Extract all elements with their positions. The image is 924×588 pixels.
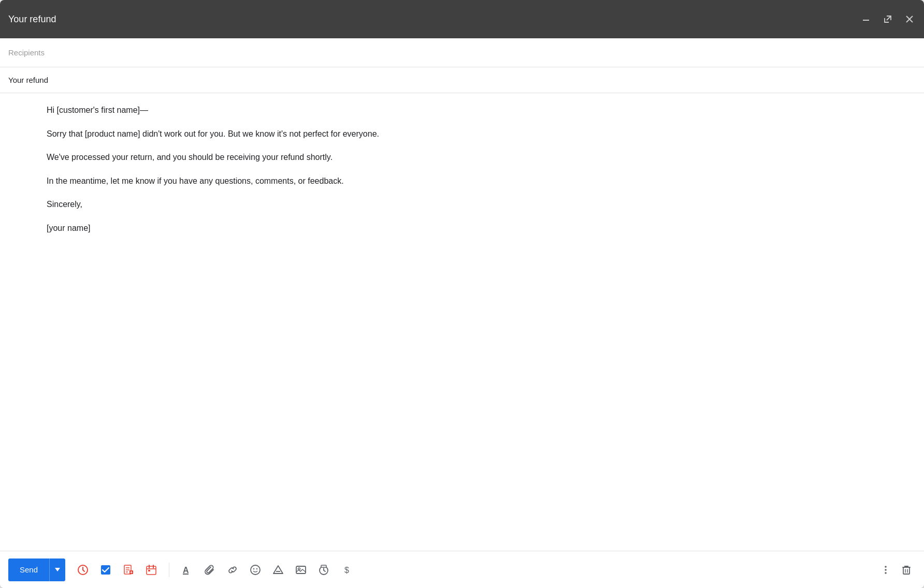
- subject-text: Your refund: [8, 76, 48, 84]
- attach-icon[interactable]: [200, 561, 219, 579]
- send-button-group: Send: [8, 558, 65, 581]
- svg-line-1: [887, 16, 891, 20]
- svg-rect-26: [296, 566, 306, 574]
- svg-marker-24: [273, 566, 283, 574]
- svg-text:$: $: [344, 566, 349, 575]
- check-icon[interactable]: [96, 561, 115, 579]
- recipients-input[interactable]: [8, 48, 916, 57]
- svg-point-27: [298, 568, 300, 570]
- format-text-icon[interactable]: A: [178, 561, 196, 579]
- title-bar-controls: [860, 13, 916, 25]
- svg-text:A: A: [183, 566, 189, 575]
- confidential-icon[interactable]: [314, 561, 333, 579]
- delete-icon[interactable]: [897, 561, 916, 579]
- body-line1: Hi [customer's first name]—: [47, 104, 916, 117]
- schedule-send-icon[interactable]: [74, 561, 92, 579]
- send-dropdown-button[interactable]: [49, 558, 65, 581]
- minimize-button[interactable]: [860, 13, 872, 25]
- calendar-icon[interactable]: [142, 561, 161, 579]
- drive-icon[interactable]: [269, 561, 287, 579]
- subject-row: Your refund: [0, 67, 924, 93]
- svg-rect-14: [147, 566, 156, 575]
- body-line3: We've processed your return, and you sho…: [47, 151, 916, 164]
- body-line2: Sorry that [product name] didn't work ou…: [47, 127, 916, 141]
- compose-window: Your refund: [0, 0, 924, 588]
- toolbar: Send: [0, 551, 924, 588]
- svg-point-32: [885, 569, 887, 571]
- more-options-icon[interactable]: [876, 561, 895, 579]
- body-line5: Sincerely,: [47, 198, 916, 211]
- send-button[interactable]: Send: [8, 558, 49, 581]
- svg-rect-29: [321, 565, 326, 567]
- link-icon[interactable]: [223, 561, 242, 579]
- svg-point-23: [256, 568, 257, 569]
- svg-point-31: [885, 566, 887, 568]
- svg-point-22: [253, 568, 254, 569]
- svg-point-21: [251, 565, 260, 575]
- svg-rect-18: [148, 570, 150, 571]
- svg-point-33: [885, 572, 887, 574]
- close-button[interactable]: [903, 13, 916, 25]
- recipients-row: [0, 38, 924, 67]
- photos-icon[interactable]: [292, 561, 310, 579]
- emoji-icon[interactable]: [246, 561, 265, 579]
- toolbar-right: [876, 561, 916, 579]
- window-title: Your refund: [8, 14, 56, 25]
- svg-marker-4: [55, 568, 60, 571]
- body-line4: In the meantime, let me know if you have…: [47, 174, 916, 188]
- note-icon[interactable]: [119, 561, 138, 579]
- email-body[interactable]: Hi [customer's first name]— Sorry that […: [0, 93, 924, 551]
- title-bar: Your refund: [0, 0, 924, 38]
- body-line6: [your name]: [47, 222, 916, 235]
- svg-rect-34: [903, 567, 909, 574]
- popout-button[interactable]: [882, 13, 894, 25]
- toolbar-separator-1: [169, 563, 169, 577]
- payment-icon[interactable]: $: [337, 561, 356, 579]
